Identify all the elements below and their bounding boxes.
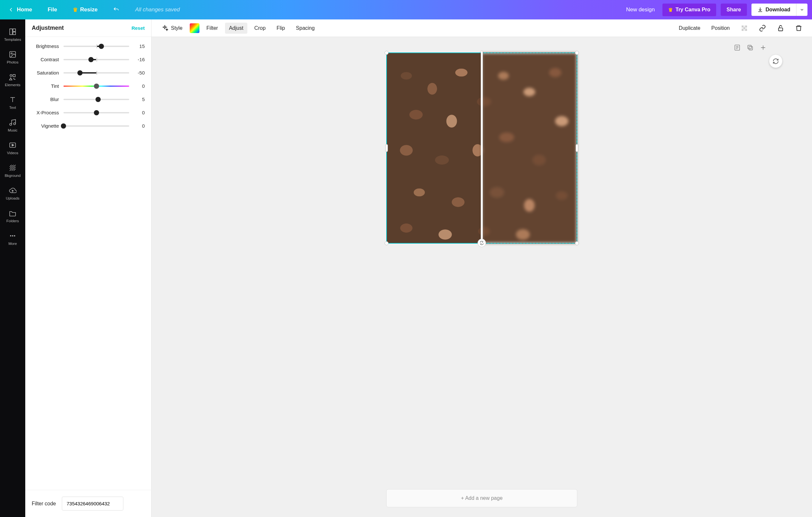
- undo-button[interactable]: [110, 4, 123, 16]
- resize-handle-mr[interactable]: [576, 144, 578, 152]
- transparency-button[interactable]: [737, 22, 752, 34]
- slider-knob[interactable]: [94, 110, 99, 115]
- home-button[interactable]: Home: [4, 4, 35, 16]
- slider-value: 15: [134, 44, 145, 49]
- add-page-icon[interactable]: [759, 44, 767, 51]
- svg-point-7: [10, 124, 12, 125]
- download-button[interactable]: Download: [751, 4, 796, 16]
- slider-knob[interactable]: [95, 97, 101, 102]
- color-swatch[interactable]: [190, 23, 199, 33]
- duplicate-page-icon[interactable]: [747, 44, 754, 51]
- compare-divider[interactable]: [481, 51, 483, 245]
- slider-knob[interactable]: [88, 57, 93, 62]
- svg-rect-25: [749, 46, 752, 50]
- slider-track[interactable]: [63, 72, 129, 74]
- flip-button[interactable]: Flip: [272, 23, 289, 34]
- save-status: All changes saved: [135, 6, 180, 13]
- svg-rect-18: [743, 27, 745, 29]
- slider-knob[interactable]: [99, 44, 104, 49]
- resize-handle-ml[interactable]: [385, 144, 388, 152]
- elements-icon: [9, 73, 17, 81]
- slider-label: X-Process: [32, 110, 59, 115]
- notes-icon[interactable]: [734, 44, 741, 51]
- slider-label: Tint: [32, 83, 59, 89]
- text-icon: [9, 96, 17, 104]
- lock-button[interactable]: [773, 22, 788, 34]
- download-caret[interactable]: [796, 4, 808, 16]
- photos-icon: [9, 51, 17, 58]
- rail-text[interactable]: Text: [0, 92, 25, 113]
- share-button[interactable]: Share: [721, 4, 747, 16]
- filter-code-label: Filter code: [32, 501, 56, 507]
- rail-uploads[interactable]: Uploads: [0, 183, 25, 204]
- slider-knob[interactable]: [61, 124, 66, 129]
- crown-icon: ♛: [73, 6, 78, 13]
- slider-track[interactable]: [63, 46, 129, 47]
- rail-elements[interactable]: Elements: [0, 69, 25, 91]
- rail-background[interactable]: Bkground: [0, 160, 25, 182]
- slider-label: Contrast: [32, 57, 59, 62]
- cycle-button[interactable]: [769, 55, 782, 68]
- home-label: Home: [17, 6, 32, 13]
- file-menu[interactable]: File: [45, 4, 60, 16]
- rail-folders[interactable]: Folders: [0, 206, 25, 227]
- filter-button[interactable]: Filter: [203, 23, 222, 34]
- resize-handle-bl[interactable]: [385, 241, 388, 245]
- resize-handle-tr[interactable]: [575, 51, 579, 55]
- svg-rect-23: [779, 28, 783, 31]
- spacing-button[interactable]: Spacing: [292, 23, 319, 34]
- slider-row: Contrast-16: [32, 57, 145, 62]
- slider-value: -50: [134, 70, 145, 76]
- new-design-button[interactable]: New design: [623, 4, 658, 16]
- rail-label: Text: [9, 106, 16, 109]
- crop-button[interactable]: Crop: [251, 23, 270, 34]
- rail-label: Music: [8, 128, 18, 132]
- selected-image-frame[interactable]: [386, 53, 577, 244]
- resize-handle-tl[interactable]: [385, 51, 388, 55]
- delete-button[interactable]: [791, 22, 806, 34]
- magic-button[interactable]: Style: [157, 22, 186, 34]
- editor: Style Filter Adjust Crop Flip Spacing Du…: [151, 20, 812, 517]
- slider-row: Tint0: [32, 83, 145, 89]
- slider-row: Brightness15: [32, 44, 145, 49]
- crown-icon: ♛: [668, 7, 673, 13]
- slider-knob[interactable]: [77, 70, 83, 76]
- svg-marker-10: [12, 144, 14, 146]
- try-pro-button[interactable]: ♛ Try Canva Pro: [662, 4, 716, 16]
- page-tools: [734, 44, 767, 51]
- resize-button[interactable]: ♛ Resize: [69, 4, 101, 16]
- canvas-area[interactable]: + Add a new page: [151, 37, 812, 517]
- rail-photos[interactable]: Photos: [0, 47, 25, 68]
- slider-track[interactable]: [63, 59, 129, 60]
- link-button[interactable]: [755, 22, 770, 34]
- slider-track[interactable]: [63, 125, 129, 127]
- rail-label: More: [8, 242, 17, 246]
- slider-track[interactable]: [63, 99, 129, 100]
- rail-music[interactable]: Music: [0, 115, 25, 136]
- position-button[interactable]: Position: [707, 23, 734, 34]
- resize-handle-br[interactable]: [575, 241, 579, 245]
- rail-templates[interactable]: Templates: [0, 24, 25, 45]
- rail-more[interactable]: More: [0, 228, 25, 249]
- sync-icon: [480, 241, 484, 245]
- adjust-button[interactable]: Adjust: [225, 23, 247, 34]
- adjustment-panel: Adjustment Reset Brightness15Contrast-16…: [25, 20, 151, 517]
- sync-badge[interactable]: [477, 239, 486, 247]
- slider-track[interactable]: [63, 85, 129, 87]
- rail-label: Templates: [4, 37, 21, 42]
- duplicate-button[interactable]: Duplicate: [675, 23, 704, 34]
- rail-label: Uploads: [6, 196, 20, 200]
- top-bar: Home File ♛ Resize All changes saved New…: [0, 0, 812, 20]
- slider-knob[interactable]: [94, 84, 99, 89]
- slider-row: Blur5: [32, 97, 145, 102]
- slider-track[interactable]: [63, 112, 129, 113]
- rail-label: Videos: [7, 151, 19, 155]
- svg-rect-21: [743, 29, 745, 31]
- rail-label: Elements: [5, 83, 20, 87]
- rail-videos[interactable]: Videos: [0, 137, 25, 159]
- music-icon: [9, 118, 17, 126]
- reset-button[interactable]: Reset: [132, 25, 145, 31]
- slider-value: 5: [134, 97, 145, 102]
- filter-code-input[interactable]: [62, 497, 123, 511]
- add-page-button[interactable]: + Add a new page: [386, 489, 577, 507]
